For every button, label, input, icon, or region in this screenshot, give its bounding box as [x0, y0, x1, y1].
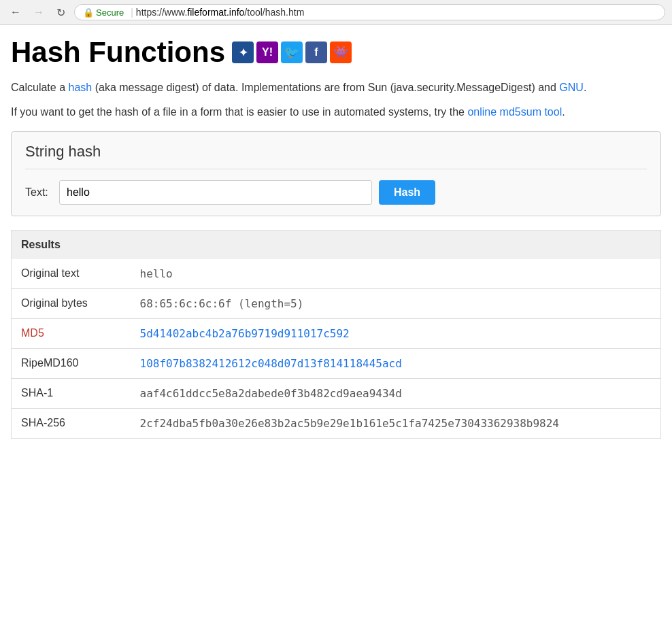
text-label: Text:	[25, 186, 52, 199]
result-value: 2cf24dba5fb0a30e26e83b2ac5b9e29e1b161e5c…	[131, 409, 661, 439]
result-value: 108f07b8382412612c048d07d13f814118445acd	[131, 349, 661, 379]
yahoo-icon[interactable]: Y!	[256, 41, 278, 63]
results-header: Results	[12, 231, 661, 260]
twitter-icon[interactable]: 🐦	[281, 41, 303, 63]
secure-badge: 🔒 Secure	[83, 7, 124, 18]
reddit-icon[interactable]: 👾	[330, 41, 352, 63]
digg-icon[interactable]: ✦	[232, 41, 254, 63]
result-label: SHA-1	[12, 379, 131, 409]
hash-form-row: Text: Hash	[25, 180, 647, 205]
url-text: https://www.fileformat.info/tool/hash.ht…	[136, 7, 304, 18]
table-row: Original bytes68:65:6c:6c:6f (length=5)	[12, 289, 661, 319]
result-value: hello	[131, 259, 661, 289]
result-value: aaf4c61ddcc5e8a2dabede0f3b482cd9aea9434d	[131, 379, 661, 409]
table-row: SHA-2562cf24dba5fb0a30e26e83b2ac5b9e29e1…	[12, 409, 661, 439]
result-value: 68:65:6c:6c:6f (length=5)	[131, 289, 661, 319]
social-icons: ✦ Y! 🐦 f 👾	[232, 41, 352, 63]
separator: |	[131, 7, 133, 18]
page-content: Hash Functions ✦ Y! 🐦 f 👾 Calculate a ha…	[0, 25, 672, 450]
url-base: https://www.	[136, 7, 187, 18]
secure-label: Secure	[96, 7, 124, 18]
hash-button[interactable]: Hash	[379, 180, 435, 205]
url-path: /tool/hash.htm	[244, 7, 304, 18]
table-row: MD55d41402abc4b2a76b9719d911017c592	[12, 319, 661, 349]
title-row: Hash Functions ✦ Y! 🐦 f 👾	[11, 36, 661, 69]
back-button[interactable]: ←	[7, 5, 24, 20]
results-table: Results Original texthelloOriginal bytes…	[11, 230, 661, 439]
text-input[interactable]	[59, 180, 372, 205]
result-label: Original bytes	[12, 289, 131, 319]
description2: If you want to get the hash of a file in…	[11, 104, 661, 120]
forward-button[interactable]: →	[30, 5, 48, 20]
string-hash-box: String hash Text: Hash	[11, 131, 661, 216]
table-row: SHA-1aaf4c61ddcc5e8a2dabede0f3b482cd9aea…	[12, 379, 661, 409]
url-highlight: fileformat.info	[187, 7, 244, 18]
table-row: Original texthello	[12, 259, 661, 289]
result-label: MD5	[12, 319, 131, 349]
address-bar[interactable]: 🔒 Secure | https://www.fileformat.info/t…	[74, 4, 665, 20]
reload-button[interactable]: ↻	[53, 5, 69, 20]
result-label: Original text	[12, 259, 131, 289]
gnu-link[interactable]: GNU	[559, 82, 584, 93]
lock-icon: 🔒	[83, 7, 94, 18]
md5sum-link[interactable]: online md5sum tool	[467, 106, 562, 118]
result-label: SHA-256	[12, 409, 131, 439]
facebook-icon[interactable]: f	[305, 41, 327, 63]
divider	[25, 169, 647, 169]
description1: Calculate a hash (aka message digest) of…	[11, 80, 661, 96]
table-row: RipeMD160108f07b8382412612c048d07d13f814…	[12, 349, 661, 379]
result-label: RipeMD160	[12, 349, 131, 379]
hash-box-title: String hash	[25, 143, 647, 161]
hash-link[interactable]: hash	[69, 82, 93, 93]
browser-toolbar: ← → ↻ 🔒 Secure | https://www.fileformat.…	[0, 0, 672, 25]
page-title: Hash Functions	[11, 36, 225, 69]
result-value: 5d41402abc4b2a76b9719d911017c592	[131, 319, 661, 349]
